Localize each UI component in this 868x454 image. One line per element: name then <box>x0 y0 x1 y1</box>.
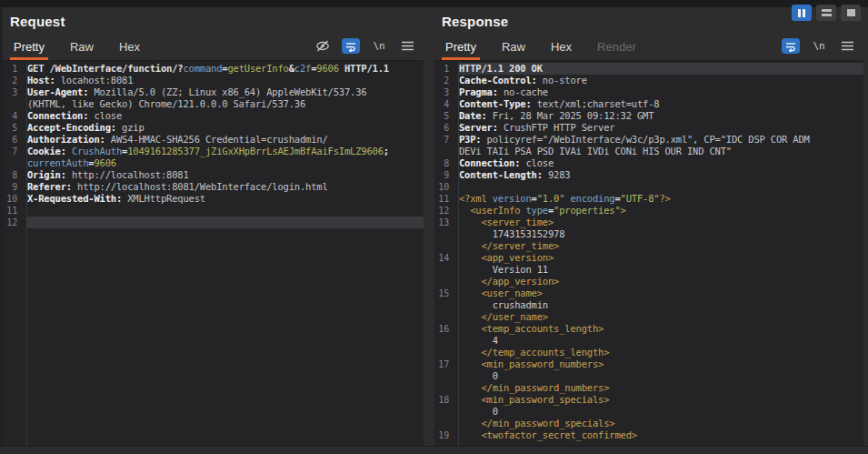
window-top-strip <box>0 0 868 7</box>
code-line: 15 <user_name> <box>434 288 863 299</box>
line-content[interactable]: Content-Type: text/xml;charset=utf-8 <box>459 98 863 110</box>
newline-glyph-icon[interactable]: \n <box>810 38 828 54</box>
line-content[interactable] <box>27 217 424 228</box>
layout-rows-button[interactable] <box>816 5 836 21</box>
line-content[interactable]: Authorization: AWS4-HMAC-SHA256 Credenti… <box>27 134 424 146</box>
line-number <box>434 406 454 418</box>
tab-raw[interactable]: Raw <box>66 40 97 60</box>
layout-single-button[interactable] <box>841 5 861 21</box>
menu-icon[interactable] <box>838 38 856 54</box>
line-content[interactable]: Origin: http://localhost:8081 <box>27 169 424 181</box>
line-number: 4 <box>434 98 454 110</box>
line-content[interactable]: Accept-Encoding: gzip <box>27 122 424 134</box>
line-content[interactable]: (KHTML, like Gecko) Chrome/121.0.0.0 Saf… <box>27 98 424 110</box>
line-number: 14 <box>434 252 454 264</box>
line-content[interactable]: Referer: http://localhost:8081/WebInterf… <box>27 181 424 193</box>
tab-hex[interactable]: Hex <box>547 40 575 60</box>
code-line: DEVi TAIi PSA PSD IVAi IVDi CONi HIS OUR… <box>434 146 863 157</box>
request-tabs: PrettyRawHex \n <box>3 33 424 60</box>
line-content[interactable]: X-Requested-With: XMLHttpRequest <box>27 193 424 205</box>
line-content[interactable] <box>27 205 424 217</box>
line-content[interactable]: Version 11 <box>459 264 863 276</box>
line-number: 11 <box>434 193 454 205</box>
code-line: 3Pragma: no-cache <box>434 86 863 98</box>
line-number: 11 <box>3 205 23 217</box>
code-line: 14 <app_version> <box>434 252 863 264</box>
line-content[interactable]: Host: locahost:8081 <box>27 75 424 86</box>
line-content[interactable]: 0 <box>459 406 863 418</box>
line-content[interactable]: P3P: policyref="/WebInterface/w3c/p3p.xm… <box>459 134 863 146</box>
tab-hex[interactable]: Hex <box>115 40 144 60</box>
line-content[interactable]: Date: Fri, 28 Mar 2025 09:12:32 GMT <box>459 110 863 122</box>
line-number <box>434 335 454 347</box>
code-line: 13 <server_time> <box>434 217 863 228</box>
line-number <box>3 157 23 169</box>
response-tabs: PrettyRawHexRender \n <box>434 33 863 60</box>
code-line: crushadmin <box>434 299 863 311</box>
code-line: 7Cookie: CrushAuth=1049161285377_jZiGxXH… <box>3 146 424 157</box>
hide-matches-icon[interactable] <box>314 38 332 54</box>
tab-pretty[interactable]: Pretty <box>442 40 480 60</box>
word-wrap-icon[interactable] <box>782 38 800 54</box>
single-pane-icon <box>847 9 855 16</box>
line-number: 12 <box>434 205 454 217</box>
line-content[interactable]: <?xml version="1.0" encoding="UTF-8"?> <box>459 193 863 205</box>
line-content[interactable]: <temp_accounts_length> <box>459 323 863 335</box>
request-title: Request <box>10 14 65 29</box>
tab-raw[interactable]: Raw <box>498 40 529 60</box>
line-content[interactable]: Connection: close <box>27 110 424 122</box>
newline-glyph-icon[interactable]: \n <box>370 38 388 54</box>
line-content[interactable]: User-Agent: Mozilla/5.0 (ZZ; Linux x86_6… <box>27 86 424 98</box>
line-number <box>434 146 454 157</box>
line-content[interactable]: crushadmin <box>459 299 863 311</box>
request-editor[interactable]: 1GET /WebInterface/function/?command=get… <box>3 60 424 446</box>
line-content[interactable]: Connection: close <box>459 157 863 169</box>
line-number <box>434 240 454 252</box>
line-content[interactable]: <min_password_specials> <box>459 394 863 406</box>
line-content[interactable]: <min_password_numbers> <box>459 358 863 370</box>
tab-pretty[interactable]: Pretty <box>10 40 48 60</box>
line-number: 5 <box>3 122 23 134</box>
line-content[interactable]: </min_password_numbers> <box>459 382 863 394</box>
code-line: 12 <userInfo type="properties"> <box>434 205 863 217</box>
line-number: 5 <box>434 110 454 122</box>
layout-columns-button[interactable] <box>792 5 812 21</box>
line-content[interactable]: </server_time> <box>459 240 863 252</box>
line-content[interactable]: Cache-Control: no-store <box>459 75 863 86</box>
line-content[interactable]: 4 <box>459 335 863 347</box>
tab-render[interactable]: Render <box>594 40 640 60</box>
line-number: 1 <box>434 63 454 75</box>
line-content[interactable]: <twofactor_secret_confirmed> <box>459 429 863 441</box>
line-content[interactable]: Server: CrushFTP HTTP Server <box>459 122 863 134</box>
line-content[interactable]: </user_name> <box>459 311 863 323</box>
line-content[interactable]: </min_password_specials> <box>459 418 863 429</box>
line-content[interactable]: 1743153152978 <box>459 228 863 240</box>
line-content[interactable]: HTTP/1.1 200 OK <box>459 63 863 75</box>
code-line: 6Server: CrushFTP HTTP Server <box>434 122 863 134</box>
code-line: 11<?xml version="1.0" encoding="UTF-8"?> <box>434 193 863 205</box>
line-content[interactable]: <app_version> <box>459 252 863 264</box>
line-content[interactable]: currentAuth=9606 <box>27 157 424 169</box>
line-content[interactable]: Cookie: CrushAuth=1049161285377_jZiGxXHp… <box>27 146 424 157</box>
message-editor-split: Request PrettyRawHex <box>0 7 868 446</box>
line-content[interactable]: <userInfo type="properties"> <box>459 205 863 217</box>
line-content[interactable]: </temp_accounts_length> <box>459 347 863 358</box>
line-content[interactable]: DEVi TAIi PSA PSD IVAi IVDi CONi HIS OUR… <box>459 146 863 157</box>
line-content[interactable] <box>459 181 863 193</box>
line-content[interactable]: Pragma: no-cache <box>459 86 863 98</box>
line-number: 2 <box>434 75 454 86</box>
code-line: 4Connection: close <box>3 110 424 122</box>
line-content[interactable]: <user_name> <box>459 288 863 299</box>
line-number <box>434 228 454 240</box>
line-content[interactable]: 0 <box>459 370 863 382</box>
word-wrap-icon[interactable] <box>342 38 360 54</box>
line-content[interactable]: Content-Length: 9283 <box>459 169 863 181</box>
menu-icon[interactable] <box>398 38 416 54</box>
code-line: 7P3P: policyref="/WebInterface/w3c/p3p.x… <box>434 134 863 146</box>
line-content[interactable]: </app_version> <box>459 276 863 288</box>
line-content[interactable]: GET /WebInterface/function/?command=getU… <box>27 63 424 75</box>
line-number <box>434 347 454 358</box>
response-editor[interactable]: 1HTTP/1.1 200 OK2Cache-Control: no-store… <box>434 60 863 446</box>
line-content[interactable]: <server_time> <box>459 217 863 228</box>
request-toolbar: \n <box>314 38 416 54</box>
